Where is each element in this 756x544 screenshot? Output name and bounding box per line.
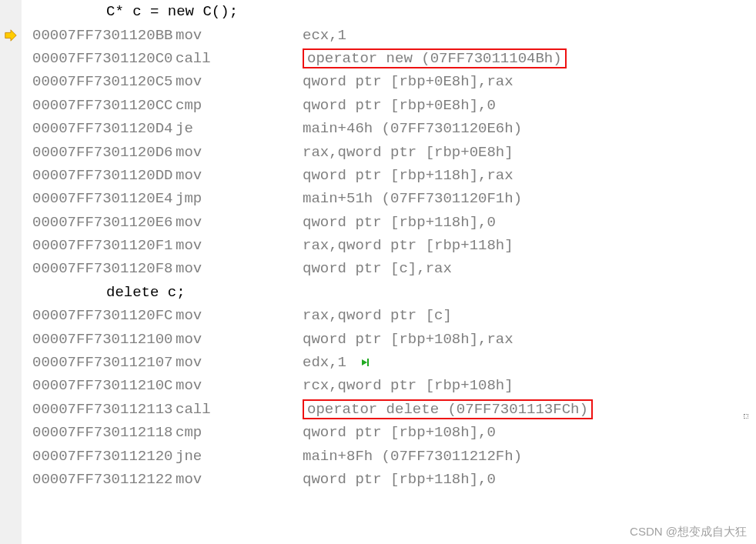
mnemonic: mov [176,307,303,324]
address: 00007FF73011210C [22,377,176,394]
mnemonic: mov [176,331,303,348]
operand: main+46h (07FF7301120E6h) [303,120,522,137]
operand: operator new (07FF73011104Bh) [303,48,567,68]
asm-line[interactable]: 00007FF730112100movqword ptr [rbp+108h],… [22,327,756,350]
mnemonic: mov [176,260,303,277]
address: 00007FF7301120E6 [22,214,176,231]
mnemonic: call [176,50,303,67]
asm-line[interactable]: 00007FF7301120FCmovrax,qword ptr [c] [22,304,756,327]
operand: main+8Fh (07FF73011212Fh) [303,448,522,465]
address: 00007FF730112113 [22,401,176,418]
asm-line[interactable]: 00007FF7301120DDmovqword ptr [rbp+118h],… [22,164,756,187]
operand: qword ptr [c],rax [303,260,452,277]
asm-line[interactable]: 00007FF730112107movedx,1 [22,351,756,374]
address: 00007FF7301120FC [22,307,176,324]
address: 00007FF7301120DD [22,167,176,184]
operand: qword ptr [rbp+118h],0 [303,214,496,231]
asm-line[interactable]: 00007FF7301120F8movqword ptr [c],rax [22,257,756,280]
asm-line[interactable]: 00007FF73011210Cmovrcx,qword ptr [rbp+10… [22,374,756,397]
source-code-text: C* c = new C(); [22,3,238,20]
asm-line[interactable]: 00007FF7301120C0calloperator new (07FF73… [22,47,756,70]
mnemonic: call [176,401,303,418]
operand: rcx,qword ptr [rbp+108h] [303,377,513,394]
mnemonic: je [176,120,303,137]
address: 00007FF730112107 [22,354,176,371]
mnemonic: mov [176,377,303,394]
address: 00007FF7301120CC [22,97,176,114]
address: 00007FF7301120C0 [22,50,176,67]
address: 00007FF730112118 [22,424,176,441]
source-code-text: delete c; [22,284,186,301]
address: 00007FF7301120D4 [22,120,176,137]
asm-line[interactable]: 00007FF7301120D6movrax,qword ptr [rbp+0E… [22,140,756,163]
operand: qword ptr [rbp+108h],0 [303,424,496,441]
operand: rax,qword ptr [c] [303,307,452,324]
asm-line[interactable]: 00007FF7301120E4jmpmain+51h (07FF7301120… [22,187,756,210]
mnemonic: mov [176,354,303,371]
mnemonic: mov [176,167,303,184]
asm-line[interactable]: 00007FF7301120CCcmpqword ptr [rbp+0E8h],… [22,94,756,117]
source-line[interactable]: C* c = new C(); [22,0,756,23]
operand: qword ptr [rbp+0E8h],0 [303,97,496,114]
address: 00007FF730112122 [22,471,176,488]
asm-line[interactable]: 00007FF7301120BBmovecx,1 [22,23,756,46]
asm-line[interactable]: 00007FF730112122movqword ptr [rbp+118h],… [22,468,756,491]
asm-line[interactable]: 00007FF7301120E6movqword ptr [rbp+118h],… [22,211,756,234]
svg-rect-0 [367,359,369,366]
address: 00007FF7301120F8 [22,260,176,277]
asm-line[interactable]: 00007FF7301120F1movrax,qword ptr [rbp+11… [22,234,756,257]
operand: rax,qword ptr [rbp+118h] [303,237,513,254]
mnemonic: mov [176,73,303,90]
mnemonic: mov [176,214,303,231]
operand: qword ptr [rbp+118h],0 [303,471,496,488]
disassembly-view[interactable]: C* c = new C();00007FF7301120BBmovecx,10… [22,0,756,491]
operand: operator delete (07FF7301113FCh) [303,399,593,419]
mnemonic: cmp [176,424,303,441]
address: 00007FF7301120F1 [22,237,176,254]
operand: rax,qword ptr [rbp+0E8h] [303,144,513,161]
mnemonic: cmp [176,97,303,114]
breakpoint-gutter[interactable] [0,0,22,544]
address: 00007FF7301120E4 [22,190,176,207]
mnemonic: mov [176,27,303,44]
mnemonic: mov [176,471,303,488]
operand: edx,1 [303,354,346,371]
operand: ecx,1 [303,27,346,44]
watermark-text: CSDN @想变成自大狂 [630,525,747,539]
asm-line[interactable]: 00007FF7301120D4jemain+46h (07FF7301120E… [22,117,756,140]
operand: qword ptr [rbp+108h],rax [303,331,513,348]
edit-marker [744,414,748,419]
asm-line[interactable]: 00007FF7301120C5movqword ptr [rbp+0E8h],… [22,70,756,93]
address: 00007FF730112120 [22,448,176,465]
asm-line[interactable]: 00007FF730112120jnemain+8Fh (07FF7301121… [22,444,756,467]
mnemonic: jmp [176,190,303,207]
address: 00007FF7301120BB [22,27,176,44]
mnemonic: jne [176,448,303,465]
current-instruction-arrow-icon [0,28,22,43]
operand: qword ptr [rbp+0E8h],rax [303,73,513,90]
address: 00007FF730112100 [22,331,176,348]
operand: qword ptr [rbp+118h],rax [303,167,513,184]
source-line[interactable]: delete c; [22,281,756,304]
address: 00007FF7301120D6 [22,144,176,161]
address: 00007FF7301120C5 [22,73,176,90]
asm-line[interactable]: 00007FF730112113calloperator delete (07F… [22,398,756,421]
mnemonic: mov [176,144,303,161]
operand: main+51h (07FF7301120F1h) [303,190,522,207]
run-to-cursor-icon [360,354,370,371]
mnemonic: mov [176,237,303,254]
asm-line[interactable]: 00007FF730112118cmpqword ptr [rbp+108h],… [22,421,756,444]
